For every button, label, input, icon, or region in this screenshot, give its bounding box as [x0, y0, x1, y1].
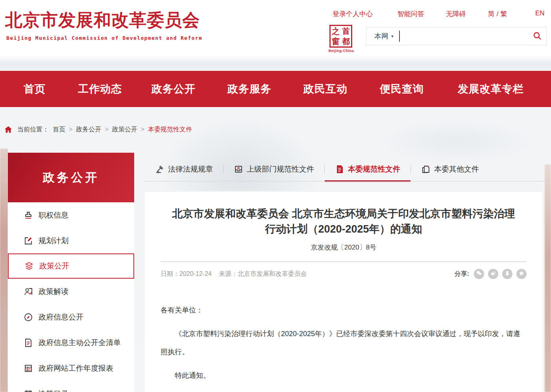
- background-photo-left-edge: [0, 149, 8, 392]
- article-paragraph: 特此通知。: [161, 366, 527, 385]
- nav-item-home[interactable]: 首页: [24, 71, 46, 107]
- tab-superior-normative-documents[interactable]: 上级部门规范性文件: [224, 157, 324, 181]
- seal-caption: Beijing-China: [325, 49, 357, 53]
- article-meta: 日期：2020-12-24来源：北京市发展和改革委员会: [161, 270, 307, 278]
- sidebar-item-decision-catalog[interactable]: 决策目录: [8, 381, 134, 392]
- main-nav: 首页 工作动态 政务公开 政务服务 政民互动 便民查询 发展改革专栏: [0, 71, 551, 107]
- sidebar: 政务公开 职权信息 规划计划 政策公开: [8, 153, 134, 392]
- search-input[interactable]: [403, 28, 528, 44]
- home-icon[interactable]: [4, 125, 13, 134]
- doc-list-icon: [24, 338, 33, 348]
- article-meta-row: 日期：2020-12-24来源：北京市发展和改革委员会 分享:: [161, 269, 527, 279]
- search-text-cursor: [399, 31, 400, 42]
- sidebar-item-label: 政府信息公开: [39, 312, 83, 322]
- article-divider: [161, 261, 527, 262]
- breadcrumb-item-policy-disclosure[interactable]: 政策公开: [112, 126, 137, 134]
- compass-icon: [24, 312, 33, 322]
- article-paragraph: 《北京市塑料污染治理行动计划（2020-2025年）》已经市委深改委第十四次会议…: [161, 325, 527, 361]
- sidebar-item-label: 政府网站工作年度报表: [39, 363, 113, 374]
- tab-commission-normative-documents[interactable]: 本委规范性文件: [325, 157, 410, 181]
- sidebar-item-policy-interpretation[interactable]: 政策解读: [8, 279, 134, 304]
- inbox-icon: [234, 165, 243, 174]
- gavel-icon: [155, 165, 165, 174]
- sidebar-list: 职权信息 规划计划 政策公开 政策解读: [8, 202, 134, 392]
- catalog-icon: [24, 389, 33, 392]
- files-icon: [421, 165, 431, 174]
- breadcrumb-separator: >: [141, 126, 144, 133]
- share-label: 分享:: [455, 270, 469, 278]
- nav-item-gov-affairs-disclosure[interactable]: 政务公开: [152, 71, 196, 107]
- sidebar-item-proactive-disclosure-list[interactable]: 政府信息主动公开全清单: [8, 330, 134, 355]
- tab-label: 法律法规规章: [168, 164, 213, 174]
- share-weibo-button[interactable]: [488, 269, 498, 279]
- article-body: 各有关单位： 《北京市塑料污染治理行动计划（2020-2025年）》已经市委深改…: [161, 301, 527, 392]
- breadcrumb-item-gov-disclosure[interactable]: 政务公开: [76, 126, 101, 134]
- report-icon: [24, 364, 33, 373]
- sidebar-item-label: 政府信息主动公开全清单: [39, 338, 121, 348]
- nav-item-public-interaction[interactable]: 政民互动: [303, 71, 348, 107]
- weibo-icon: [490, 270, 496, 278]
- search-icon: [533, 31, 542, 42]
- sidebar-item-authority-info[interactable]: 职权信息: [8, 202, 134, 228]
- background-photo-right-edge: [545, 165, 551, 392]
- breadcrumb-current: 本委规范性文件: [148, 126, 192, 134]
- search-bar: 本网 ▾: [366, 27, 547, 45]
- seal-char: 之: [331, 26, 341, 36]
- document-number: 京发改规〔2020〕8号: [145, 243, 542, 252]
- link-login-personal-center[interactable]: 登录个人中心: [333, 9, 373, 18]
- nav-item-convenient-inquiry[interactable]: 便民查询: [380, 71, 424, 107]
- source-label: 来源：: [219, 270, 238, 277]
- sidebar-item-website-annual-report[interactable]: 政府网站工作年度报表: [8, 355, 134, 381]
- article-title: 北京市发展和改革委员会 北京市生态环境局关于印发北京市塑料污染治理行动计划（20…: [168, 206, 520, 237]
- beijing-china-seal-logo[interactable]: 之 首 窗 都: [329, 25, 352, 48]
- sidebar-item-label: 政策公开: [39, 261, 69, 271]
- sidebar-item-label: 政策解读: [39, 287, 68, 297]
- search-button[interactable]: [528, 28, 546, 45]
- article-date: 2020-12-24: [179, 270, 212, 277]
- sidebar-item-policy-disclosure[interactable]: 政策公开: [8, 253, 134, 279]
- seal-char: 都: [341, 36, 351, 46]
- star-icon: [518, 270, 525, 278]
- interpret-icon: [24, 287, 33, 296]
- share-wechat-button[interactable]: [474, 269, 484, 279]
- page: 北京市发展和改革委员会 Beijing Municipal Commission…: [0, 0, 551, 392]
- nav-item-gov-services[interactable]: 政务服务: [227, 71, 272, 107]
- article-source: 北京市发展和改革委员会: [238, 270, 307, 277]
- article-signature: 北京市发展和改革委员会: [161, 390, 527, 392]
- seal-char: 首: [341, 26, 351, 36]
- link-smart-qa[interactable]: 智能问答: [398, 9, 424, 18]
- tab-laws-regulations[interactable]: 法律法规规章: [145, 157, 223, 181]
- edit-icon: [24, 236, 33, 246]
- sidebar-item-gov-info-disclosure[interactable]: 政府信息公开: [8, 304, 134, 330]
- article-panel: 北京市发展和改革委员会 北京市生态环境局关于印发北京市塑料污染治理行动计划（20…: [145, 192, 542, 392]
- tab-label: 上级部门规范性文件: [247, 164, 314, 174]
- share-qq-button[interactable]: [502, 269, 512, 279]
- nav-item-work-news[interactable]: 工作动态: [78, 71, 122, 107]
- breadcrumb-item-home[interactable]: 首页: [53, 126, 65, 134]
- red-doc-icon: [335, 165, 344, 174]
- sidebar-item-label: 规划计划: [39, 236, 68, 246]
- breadcrumb: 当前位置： 首页 > 政务公开 > 政策公开 > 本委规范性文件: [4, 125, 192, 134]
- sidebar-header: 政务公开: [8, 153, 134, 202]
- link-accessibility[interactable]: 无障碍: [446, 9, 466, 18]
- article-salutation: 各有关单位：: [161, 301, 527, 319]
- share-bar: 分享:: [455, 269, 527, 279]
- tab-commission-other-documents[interactable]: 本委其他文件: [411, 157, 489, 181]
- seal-char: 窗: [331, 36, 341, 46]
- sidebar-item-planning[interactable]: 规划计划: [8, 228, 134, 253]
- caret-down-icon: ▾: [391, 33, 394, 39]
- share-favorite-button[interactable]: [516, 269, 527, 279]
- search-scope-dropdown[interactable]: 本网 ▾: [366, 31, 399, 41]
- qq-icon: [504, 270, 510, 278]
- link-simplified-traditional[interactable]: 简 / 繁: [488, 9, 507, 18]
- nav-item-development-reform-column[interactable]: 发展改革专栏: [458, 71, 524, 107]
- breadcrumb-label: 当前位置：: [17, 126, 49, 134]
- stamp-icon: [24, 211, 33, 220]
- search-scope-label: 本网: [374, 31, 388, 41]
- breadcrumb-separator: >: [105, 126, 108, 133]
- link-english[interactable]: EN: [535, 9, 545, 17]
- layers-icon: [24, 261, 34, 271]
- tab-label: 本委其他文件: [434, 164, 479, 174]
- date-label: 日期：: [161, 270, 179, 277]
- tabs-divider-line: [144, 181, 549, 181]
